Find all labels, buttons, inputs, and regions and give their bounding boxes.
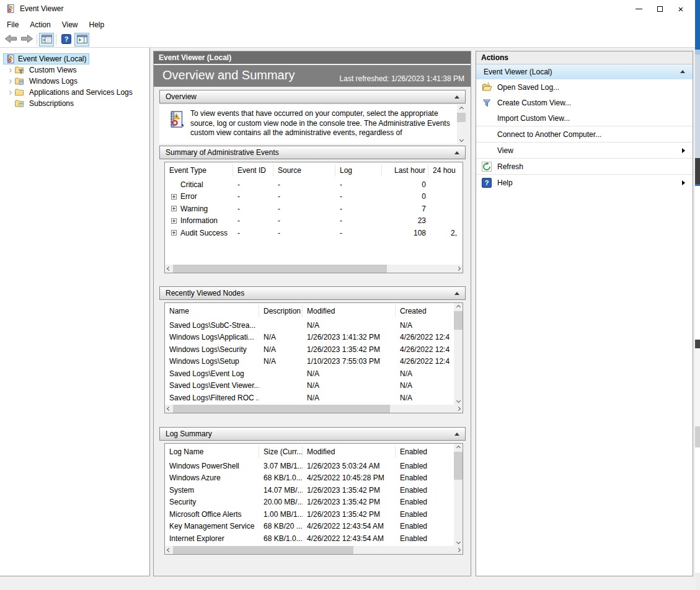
scroll-up-icon[interactable] bbox=[456, 446, 460, 450]
action-item-connect-to-another-computer-[interactable]: Connect to Another Computer... bbox=[476, 126, 693, 142]
summary-event-row[interactable]: Audit Success---1082, bbox=[165, 227, 463, 239]
tree-item-custom-views[interactable]: Custom Views bbox=[0, 64, 149, 76]
log-summary-section-header[interactable]: Log Summary bbox=[159, 427, 466, 441]
summary-event-row[interactable]: Critical---0 bbox=[165, 178, 463, 191]
scroll-down-icon[interactable] bbox=[456, 398, 460, 403]
column-header-log-name[interactable]: Log Name bbox=[165, 446, 259, 458]
column-header-enabled[interactable]: Enabled bbox=[396, 446, 454, 458]
scroll-up-icon[interactable] bbox=[459, 107, 463, 111]
menu-item-view[interactable]: View bbox=[56, 19, 84, 31]
action-item-create-custom-view-[interactable]: Create Custom View... bbox=[476, 95, 693, 110]
tree-item-subscriptions[interactable]: Subscriptions bbox=[0, 98, 149, 109]
log-summary-row[interactable]: Security20.00 MB/...1/26/2023 1:35:42 PM… bbox=[165, 496, 463, 509]
tree-expander[interactable] bbox=[5, 80, 14, 83]
summary-section-header[interactable]: Summary of Administrative Events bbox=[159, 146, 466, 159]
scrollbar-track[interactable] bbox=[173, 265, 454, 273]
column-header-last-hour[interactable]: Last hour bbox=[382, 164, 428, 177]
column-header-24-hou[interactable]: 24 hou bbox=[428, 164, 459, 177]
action-item-help[interactable]: ?Help bbox=[476, 175, 693, 190]
scroll-right-icon[interactable] bbox=[456, 548, 461, 552]
scrollbar-track[interactable] bbox=[173, 405, 454, 413]
column-header-size-curr-[interactable]: Size (Curr... bbox=[259, 446, 303, 458]
column-header-event-type[interactable]: Event Type bbox=[165, 164, 233, 177]
scrollbar-track[interactable] bbox=[173, 546, 454, 554]
scrollbar-thumb[interactable] bbox=[454, 452, 463, 480]
recent-node-row[interactable]: Windows Logs\SetupN/A1/10/2023 7:55:03 P… bbox=[165, 356, 463, 368]
forward-button[interactable] bbox=[19, 33, 35, 46]
tree-item-applications-and-services-logs[interactable]: Applications and Services Logs bbox=[0, 87, 149, 98]
recent-node-row[interactable]: Windows Logs\SecurityN/A1/26/2023 1:35:4… bbox=[165, 343, 463, 356]
recent-node-row[interactable]: Windows Logs\Applicati...N/A1/26/2023 1:… bbox=[165, 332, 463, 344]
scroll-down-icon[interactable] bbox=[456, 540, 460, 544]
log-summary-row[interactable]: Internet Explorer68 KB/1.0...4/26/2022 1… bbox=[165, 532, 463, 545]
tree-expander[interactable] bbox=[5, 91, 14, 94]
column-header-created[interactable]: Created bbox=[396, 305, 454, 317]
vertical-scrollbar[interactable] bbox=[454, 303, 463, 405]
scroll-right-icon[interactable] bbox=[456, 266, 461, 271]
scroll-down-icon[interactable] bbox=[459, 138, 463, 142]
column-header-event-id[interactable]: Event ID bbox=[233, 164, 273, 177]
log-summary-row[interactable]: System14.07 MB/...1/26/2023 1:35:42 PMEn… bbox=[165, 484, 463, 496]
log-summary-row[interactable]: Windows PowerShell3.07 MB/1...1/26/2023 … bbox=[165, 460, 463, 472]
action-item-open-saved-log-[interactable]: Open Saved Log... bbox=[476, 79, 693, 95]
menu-item-help[interactable]: Help bbox=[84, 19, 110, 31]
tree-item-event-viewer-local-[interactable]: Event Viewer (Local) bbox=[0, 53, 149, 64]
expand-plus-icon[interactable] bbox=[171, 230, 177, 236]
menu-item-file[interactable]: File bbox=[1, 19, 24, 31]
menu-item-action[interactable]: Action bbox=[24, 19, 56, 31]
scrollbar-track[interactable] bbox=[454, 452, 463, 538]
table-cell: Key Management Service bbox=[165, 522, 259, 531]
recent-node-row[interactable]: Saved Logs\Event LogN/AN/A bbox=[165, 368, 463, 380]
recent-node-row[interactable]: Saved Logs\Filtered ROC ...N/AN/A bbox=[165, 392, 463, 404]
action-item-view[interactable]: View bbox=[476, 143, 693, 158]
minimize-button[interactable] bbox=[628, 0, 649, 17]
recent-node-row[interactable]: Saved Logs\Event Viewer...N/AN/A bbox=[165, 380, 463, 392]
summary-event-row[interactable]: Information---23 bbox=[165, 215, 463, 227]
scrollbar-thumb[interactable] bbox=[173, 546, 353, 554]
vertical-scrollbar[interactable] bbox=[454, 444, 463, 546]
tree-item-windows-logs[interactable]: Windows Logs bbox=[0, 76, 149, 87]
action-item-import-custom-view-[interactable]: Import Custom View... bbox=[476, 110, 693, 126]
tree-expander[interactable] bbox=[5, 69, 14, 72]
column-header-modified[interactable]: Modified bbox=[303, 305, 396, 317]
column-header-source[interactable]: Source bbox=[273, 164, 335, 177]
actions-group-header[interactable]: Event Viewer (Local) bbox=[476, 64, 693, 79]
scrollbar-thumb[interactable] bbox=[457, 113, 466, 122]
summary-event-row[interactable]: Error---0 bbox=[165, 191, 463, 203]
help-button[interactable]: ? bbox=[58, 33, 74, 46]
recent-node-row[interactable]: Saved Logs\SubC-Strea...N/AN/A bbox=[165, 319, 463, 332]
maximize-button[interactable] bbox=[649, 0, 670, 17]
log-summary-row[interactable]: Microsoft Office Alerts1.00 MB/1...1/26/… bbox=[165, 508, 463, 521]
horizontal-scrollbar[interactable] bbox=[165, 546, 463, 554]
expand-plus-icon[interactable] bbox=[171, 206, 177, 211]
column-header-modified[interactable]: Modified bbox=[303, 446, 396, 458]
scrollbar-thumb[interactable] bbox=[454, 311, 463, 330]
back-button[interactable] bbox=[2, 33, 19, 46]
log-summary-row[interactable]: Windows Azure68 KB/1.0...4/25/2022 10:45… bbox=[165, 472, 463, 485]
summary-event-row[interactable]: Warning---7 bbox=[165, 203, 463, 215]
scroll-up-icon[interactable] bbox=[456, 305, 460, 309]
scroll-left-icon[interactable] bbox=[167, 266, 171, 271]
overview-section-header[interactable]: Overview bbox=[159, 90, 466, 103]
expand-plus-icon[interactable] bbox=[171, 194, 177, 200]
scroll-left-icon[interactable] bbox=[167, 548, 171, 552]
scroll-right-icon[interactable] bbox=[456, 407, 461, 411]
overview-vertical-scrollbar[interactable] bbox=[457, 105, 466, 144]
show-action-pane-button[interactable] bbox=[74, 33, 89, 46]
column-header-log[interactable]: Log bbox=[335, 164, 382, 177]
action-item-refresh[interactable]: Refresh bbox=[476, 159, 693, 174]
column-header-name[interactable]: Name bbox=[165, 305, 259, 317]
column-header-description[interactable]: Description bbox=[259, 305, 303, 317]
scroll-left-icon[interactable] bbox=[167, 407, 171, 411]
scrollbar-thumb[interactable] bbox=[173, 265, 387, 273]
scrollbar-track[interactable] bbox=[457, 113, 466, 136]
close-button[interactable]: × bbox=[670, 0, 691, 17]
scrollbar-thumb[interactable] bbox=[173, 405, 390, 413]
scrollbar-track[interactable] bbox=[454, 311, 463, 397]
expand-plus-icon[interactable] bbox=[171, 218, 177, 224]
show-console-tree-button[interactable] bbox=[39, 33, 54, 46]
log-summary-row[interactable]: Key Management Service68 KB/20 ...4/26/2… bbox=[165, 521, 463, 533]
horizontal-scrollbar[interactable] bbox=[165, 265, 463, 273]
horizontal-scrollbar[interactable] bbox=[165, 405, 463, 413]
recent-nodes-section-header[interactable]: Recently Viewed Nodes bbox=[159, 286, 466, 300]
